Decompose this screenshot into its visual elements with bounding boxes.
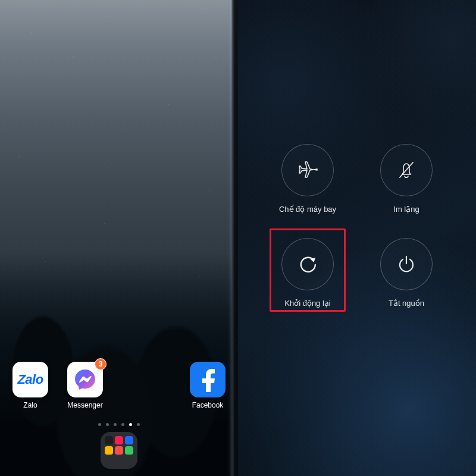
page-indicator — [0, 423, 238, 426]
power-option-power-off[interactable]: Tắt nguồn — [359, 238, 454, 326]
messenger-icon: 3 — [67, 362, 103, 397]
power-menu: Chế độ máy bay Im lặng — [238, 0, 476, 476]
folder-mini-icon — [105, 446, 113, 455]
power-option-silent[interactable]: Im lặng — [359, 144, 454, 232]
app-label: Zalo — [23, 401, 37, 409]
power-option-restart[interactable]: Khởi động lại — [260, 238, 355, 326]
power-option-label: Im lặng — [393, 205, 419, 214]
power-option-label: Tắt nguồn — [389, 299, 424, 308]
power-icon — [394, 252, 418, 276]
badge-count: 3 — [95, 358, 107, 370]
facebook-icon — [190, 362, 226, 397]
page-dot[interactable] — [106, 423, 109, 426]
folder-mini-icon — [125, 446, 133, 455]
page-dot-active[interactable] — [129, 423, 132, 426]
app-label: Facebook — [192, 401, 224, 409]
dock-folder[interactable] — [101, 432, 137, 469]
folder-mini-icon — [105, 436, 113, 444]
page-dot[interactable] — [121, 423, 124, 426]
app-row: Zalo Zalo — [0, 362, 238, 409]
bell-off-icon — [394, 158, 418, 182]
airplane-icon — [296, 158, 320, 182]
app-facebook[interactable]: Facebook — [188, 362, 227, 409]
app-label: Messenger — [67, 401, 102, 409]
page-dot[interactable] — [137, 423, 140, 426]
app-zalo[interactable]: Zalo Zalo — [11, 362, 50, 409]
power-menu-grid: Chế độ máy bay Im lặng — [260, 144, 454, 326]
folder-mini-icon — [115, 436, 123, 444]
power-option-label: Chế độ máy bay — [279, 205, 336, 214]
dock — [0, 430, 238, 476]
folder-mini-icon — [115, 446, 123, 455]
home-screen: Zalo Zalo — [0, 0, 238, 476]
restart-icon — [296, 252, 320, 276]
folder-mini-icon — [125, 436, 133, 444]
zalo-icon: Zalo — [12, 362, 48, 397]
power-option-airplane[interactable]: Chế độ máy bay — [260, 144, 355, 232]
app-messenger[interactable]: 3 Messenger — [65, 362, 105, 409]
power-option-label: Khởi động lại — [284, 299, 330, 308]
page-dot[interactable] — [114, 423, 117, 426]
page-dot[interactable] — [98, 423, 101, 426]
svg-line-0 — [400, 162, 413, 177]
tutorial-two-panel: Zalo Zalo — [0, 0, 476, 476]
